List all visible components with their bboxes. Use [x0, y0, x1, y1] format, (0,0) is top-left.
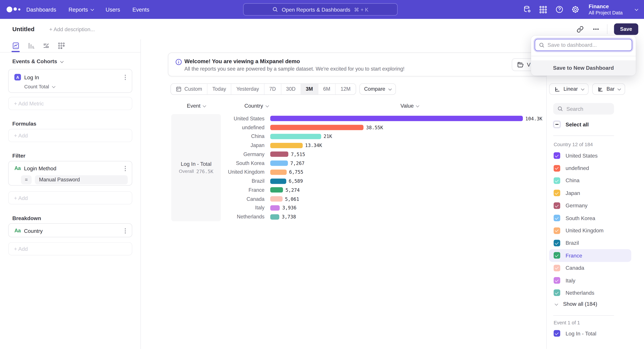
apps-grid-icon[interactable]	[539, 5, 548, 14]
country-checkbox-item-china[interactable]: China	[549, 174, 631, 187]
chart-row: Japan13.34K	[221, 141, 546, 150]
save-to-dashboard-input[interactable]	[548, 42, 632, 48]
bar-japan[interactable]	[270, 143, 302, 148]
bar-china[interactable]	[270, 134, 321, 139]
bar-france[interactable]	[270, 187, 283, 193]
data-management-icon[interactable]	[523, 5, 532, 14]
bar-netherlands[interactable]	[270, 214, 279, 219]
legend-search-input[interactable]: Search	[553, 103, 614, 115]
checked-checkbox-icon[interactable]	[554, 177, 560, 184]
kebab-menu-icon[interactable]	[124, 165, 127, 172]
checked-checkbox-icon[interactable]	[554, 240, 560, 246]
checked-checkbox-icon[interactable]	[554, 265, 560, 271]
aggregation-dropdown[interactable]: Count Total	[8, 81, 132, 89]
nav-item-events[interactable]: Events	[132, 6, 149, 12]
checked-checkbox-icon[interactable]	[554, 252, 560, 259]
add-breakdown-button[interactable]: + Add	[8, 242, 132, 255]
checked-checkbox-icon[interactable]	[554, 202, 560, 209]
tab-funnels[interactable]	[27, 39, 35, 52]
range-button-7d[interactable]: 7D	[264, 84, 281, 94]
value-label: 38.55K	[366, 125, 383, 130]
range-button-custom[interactable]: Custom	[171, 84, 208, 94]
bar-brazil[interactable]	[270, 178, 286, 184]
nav-item-dashboards[interactable]: Dashboards	[26, 6, 56, 12]
bar-south-korea[interactable]	[270, 161, 288, 166]
filter-operator-chip[interactable]: =	[21, 175, 32, 184]
add-formula-button[interactable]: + Add	[8, 129, 132, 142]
country-checkbox-item-canada[interactable]: Canada	[549, 262, 631, 274]
range-button-today[interactable]: Today	[208, 84, 232, 94]
country-checkbox-item-netherlands[interactable]: Netherlands	[549, 287, 631, 299]
more-options-icon[interactable]	[591, 25, 600, 34]
checked-checkbox-icon[interactable]	[554, 152, 560, 159]
range-button-6m[interactable]: 6M	[318, 84, 336, 94]
bar-germany[interactable]	[270, 152, 288, 157]
help-icon[interactable]	[555, 5, 564, 14]
column-header-country[interactable]: Country	[244, 103, 268, 109]
country-checkbox-item-france[interactable]: France	[549, 249, 631, 262]
checked-checkbox-icon[interactable]	[554, 330, 560, 337]
bar-undefined[interactable]	[270, 125, 364, 130]
country-checkbox-item-italy[interactable]: Italy	[549, 274, 631, 287]
column-header-value[interactable]: Value	[400, 103, 418, 109]
column-header-event[interactable]: Event	[171, 103, 221, 109]
show-all-toggle[interactable]: Show all (184)	[555, 301, 598, 307]
bar-united-states[interactable]	[270, 116, 523, 121]
checked-checkbox-icon[interactable]	[554, 290, 560, 296]
tab-retention[interactable]	[57, 39, 65, 52]
range-button-yesterday[interactable]: Yesterday	[232, 84, 264, 94]
value-label: 5,061	[285, 196, 299, 202]
country-checkbox-item-germany[interactable]: Germany	[549, 199, 631, 212]
kebab-menu-icon[interactable]	[124, 227, 127, 235]
chart-rows: United States104.3Kundefined38.55KChina2…	[221, 114, 546, 221]
bar-canada[interactable]	[270, 196, 282, 202]
report-title[interactable]: Untitled	[12, 26, 34, 32]
country-checkbox-item-brazil[interactable]: Brazil	[549, 237, 631, 249]
breakdown-property-name[interactable]: Country	[24, 228, 43, 234]
indeterminate-checkbox-icon[interactable]	[554, 121, 560, 128]
global-search-button[interactable]: Open Reports & Dashboards ⌘ + K	[243, 3, 398, 15]
project-switcher[interactable]: Finance All Project Data	[589, 3, 623, 15]
range-button-30d[interactable]: 30D	[281, 84, 301, 94]
filter-card-login-method[interactable]: Aa Login Method = Manual Password	[8, 161, 132, 186]
country-checkbox-item-united-kingdom[interactable]: United Kingdom	[549, 224, 631, 237]
mixpanel-logo-icon[interactable]	[6, 6, 25, 13]
metric-card-log-in[interactable]: A Log In Count Total	[8, 69, 132, 93]
scale-dropdown-linear[interactable]: Linear	[549, 83, 588, 95]
compare-button[interactable]: Compare	[359, 83, 396, 95]
bar-chart-icon	[597, 86, 603, 92]
event-checkbox-item[interactable]: Log In - Total	[554, 330, 596, 337]
bar-united-kingdom[interactable]	[270, 169, 286, 175]
range-button-3m[interactable]: 3M	[301, 84, 318, 94]
add-description-field[interactable]: + Add description...	[49, 26, 95, 32]
checked-checkbox-icon[interactable]	[554, 277, 560, 284]
checked-checkbox-icon[interactable]	[554, 215, 560, 221]
copy-link-icon[interactable]	[576, 25, 585, 34]
range-button-12m[interactable]: 12M	[336, 84, 355, 94]
add-filter-button[interactable]: + Add	[8, 191, 132, 204]
events-cohorts-heading[interactable]: Events & Cohorts	[12, 58, 63, 64]
nav-item-reports[interactable]: Reports	[68, 6, 93, 12]
save-to-new-dashboard-button[interactable]: Save to New Dashboard	[531, 60, 636, 76]
bar-italy[interactable]	[270, 205, 280, 211]
chart-type-dropdown-bar[interactable]: Bar	[592, 83, 625, 95]
checked-checkbox-icon[interactable]	[554, 165, 560, 171]
kebab-menu-icon[interactable]	[124, 73, 127, 81]
tab-flows[interactable]	[42, 39, 50, 52]
filter-value-chip[interactable]: Manual Password	[35, 175, 128, 184]
country-checkbox-item-japan[interactable]: Japan	[549, 187, 631, 199]
checked-checkbox-icon[interactable]	[554, 190, 560, 196]
checked-checkbox-icon[interactable]	[554, 227, 560, 234]
select-all-toggle[interactable]: Select all	[554, 121, 589, 128]
add-metric-button[interactable]: + Add Metric	[8, 97, 132, 110]
nav-item-users[interactable]: Users	[106, 6, 120, 12]
metric-event-name[interactable]: Log In	[24, 74, 39, 80]
filter-property-name[interactable]: Login Method	[24, 165, 56, 171]
breakdown-card-country[interactable]: Aa Country	[8, 223, 132, 237]
country-checkbox-item-undefined[interactable]: undefined	[549, 162, 631, 174]
country-checkbox-item-united-states[interactable]: United States	[549, 149, 631, 162]
save-button[interactable]: Save	[614, 23, 638, 35]
settings-gear-icon[interactable]	[571, 5, 580, 14]
tab-insights[interactable]	[12, 39, 20, 52]
country-checkbox-item-south-korea[interactable]: South Korea	[549, 212, 631, 224]
